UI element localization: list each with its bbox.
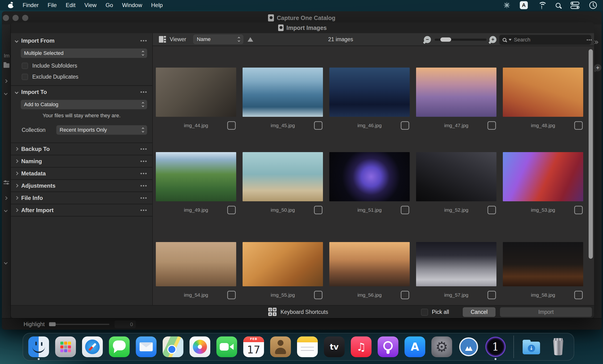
section-menu-icon[interactable] <box>140 185 142 187</box>
zoom-in-icon[interactable] <box>489 36 497 43</box>
menu-help[interactable]: Help <box>151 2 163 9</box>
dock-icon-mail[interactable] <box>136 336 157 357</box>
drweb-antivirus-icon[interactable] <box>504 2 510 8</box>
search-input[interactable] <box>514 37 584 43</box>
dock-icon-notes[interactable] <box>297 336 318 357</box>
image-checkbox[interactable] <box>401 206 409 214</box>
spotlight-icon[interactable] <box>556 3 561 8</box>
section-backup-to[interactable]: Backup To <box>11 143 152 155</box>
image-checkbox[interactable] <box>314 121 323 130</box>
thumbnail-img-49-jpg[interactable] <box>156 152 236 201</box>
dock-icon-maps[interactable] <box>163 336 183 357</box>
checkbox-include-subfolders[interactable] <box>22 63 28 69</box>
section-menu-icon[interactable] <box>140 173 142 174</box>
thumbnail-img-50-jpg[interactable] <box>243 152 323 201</box>
dock-icon-launchpad[interactable] <box>55 336 76 357</box>
chevron-down-icon[interactable] <box>4 209 8 212</box>
dock-icon-music[interactable]: ♫ <box>351 336 371 357</box>
section-menu-icon[interactable] <box>140 210 142 211</box>
highlight-slider-thumb[interactable] <box>49 322 56 326</box>
thumbnail-img-54-jpg[interactable] <box>156 242 236 286</box>
thumbnail-img-52-jpg[interactable] <box>416 152 497 201</box>
chevron-right-icon[interactable] <box>4 79 8 83</box>
dock-icon-facetime[interactable] <box>216 336 237 357</box>
import-button[interactable]: Import <box>500 307 592 317</box>
apple-menu-icon[interactable] <box>8 2 14 8</box>
highlight-value[interactable]: 0 <box>115 320 136 328</box>
section-file-info[interactable]: File Info <box>11 191 152 204</box>
section-adjustments[interactable]: Adjustments <box>11 179 152 191</box>
collection-select[interactable]: Recent Imports Only <box>56 125 147 135</box>
section-after-import[interactable]: After Import <box>11 204 152 216</box>
dock-icon-captureone[interactable]: 1 <box>485 336 506 357</box>
section-import-to[interactable]: Import To <box>11 86 152 98</box>
menu-finder[interactable]: Finder <box>23 2 39 9</box>
dock-icon-trash[interactable] <box>548 336 568 357</box>
thumbnail-img-58-jpg[interactable] <box>503 242 583 286</box>
wifi-alert-icon[interactable] <box>538 2 546 9</box>
section-metadata[interactable]: Metadata <box>11 167 152 179</box>
thumbnail-size-slider[interactable] <box>435 39 487 41</box>
section-import-from[interactable]: Import From <box>11 35 152 47</box>
thumbnail-img-57-jpg[interactable] <box>416 242 497 286</box>
thumbnail-img-47-jpg[interactable] <box>416 67 497 117</box>
image-checkbox[interactable] <box>574 121 583 130</box>
menu-window[interactable]: Window <box>122 2 142 9</box>
highlight-slider[interactable] <box>49 324 109 325</box>
chevron-down-icon[interactable] <box>4 261 8 265</box>
dock-icon-downloads[interactable]: ↓ <box>521 336 542 357</box>
image-checkbox[interactable] <box>401 121 409 130</box>
dock-icon-messages[interactable] <box>109 336 130 357</box>
image-checkbox[interactable] <box>227 206 236 214</box>
overflow-chevrons-icon[interactable] <box>594 41 598 44</box>
chevron-down-icon[interactable] <box>4 92 8 95</box>
import-source-select[interactable]: Multiple Selected <box>21 48 147 58</box>
dock-icon-settings[interactable] <box>431 336 452 357</box>
control-center-icon[interactable] <box>570 2 580 9</box>
viewer-label[interactable]: Viewer <box>170 36 186 43</box>
section-menu-icon[interactable] <box>140 161 142 162</box>
image-checkbox[interactable] <box>574 291 583 299</box>
sort-by-select[interactable]: Name <box>193 35 243 44</box>
dock-icon-mountain[interactable]: ▲▲ <box>458 336 479 357</box>
dock-icon-appletv[interactable]: tv <box>324 336 345 357</box>
thumbnail-img-46-jpg[interactable] <box>329 67 410 117</box>
thumbnail-img-51-jpg[interactable] <box>329 152 410 201</box>
thumbnail-img-44-jpg[interactable] <box>156 67 236 117</box>
checkbox-exclude-duplicates[interactable] <box>22 74 28 80</box>
import-destination-select[interactable]: Add to Catalog <box>21 100 147 109</box>
dock-icon-safari[interactable] <box>82 336 103 357</box>
search-options-icon[interactable] <box>509 39 511 41</box>
zoom-plus-icon[interactable] <box>594 64 601 71</box>
viewer-toggle-icon[interactable] <box>159 35 166 43</box>
image-checkbox[interactable] <box>314 291 323 299</box>
input-source-icon[interactable]: A <box>520 1 528 9</box>
thumbnail-img-55-jpg[interactable] <box>243 242 323 286</box>
keyboard-shortcuts-button[interactable]: Keyboard Shortcuts <box>280 309 328 315</box>
section-menu-icon[interactable] <box>140 197 142 199</box>
keyboard-shortcuts-icon[interactable]: QWAS <box>268 308 277 316</box>
menu-file[interactable]: File <box>48 2 57 9</box>
thumbnail-img-56-jpg[interactable] <box>329 242 410 286</box>
vertical-scrollbar[interactable] <box>589 49 593 259</box>
menu-go[interactable]: Go <box>106 2 113 9</box>
image-checkbox[interactable] <box>314 206 323 214</box>
chevron-right-icon[interactable] <box>4 196 8 200</box>
sort-ascending-icon[interactable] <box>247 37 253 42</box>
dock-icon-appstore[interactable]: A <box>405 336 425 357</box>
menu-edit[interactable]: Edit <box>66 2 75 9</box>
adjustments-icon[interactable] <box>3 180 9 185</box>
dock-icon-podcasts[interactable] <box>378 336 398 357</box>
search-menu-icon[interactable] <box>587 39 588 41</box>
thumbnail-img-48-jpg[interactable] <box>503 67 583 117</box>
section-menu-icon[interactable] <box>140 148 142 150</box>
image-checkbox[interactable] <box>227 121 236 130</box>
thumbnail-img-45-jpg[interactable] <box>243 67 323 117</box>
zoom-out-icon[interactable] <box>424 36 431 43</box>
section-menu-icon[interactable] <box>140 40 142 42</box>
image-checkbox[interactable] <box>227 291 236 299</box>
section-menu-icon[interactable] <box>140 91 142 93</box>
dock-icon-photos[interactable] <box>189 336 210 357</box>
image-checkbox[interactable] <box>574 206 583 214</box>
dock-icon-contacts[interactable] <box>270 336 291 357</box>
